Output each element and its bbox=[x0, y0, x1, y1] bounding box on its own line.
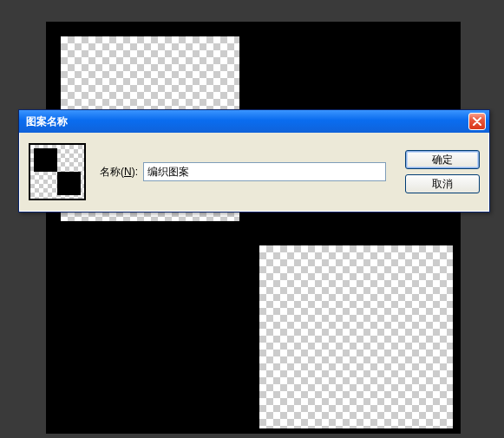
name-label: 名称(N): bbox=[100, 165, 138, 180]
dialog-titlebar[interactable]: 图案名称 bbox=[19, 110, 489, 133]
dialog-title: 图案名称 bbox=[26, 114, 68, 129]
cancel-button[interactable]: 取消 bbox=[405, 174, 480, 193]
pattern-name-input[interactable] bbox=[143, 162, 386, 181]
transparent-region-2 bbox=[259, 245, 453, 428]
close-button[interactable] bbox=[468, 113, 486, 130]
pattern-preview bbox=[29, 143, 86, 200]
canvas-area[interactable] bbox=[46, 22, 461, 434]
dialog-body: 名称(N): 确定 取消 bbox=[19, 133, 489, 212]
close-icon bbox=[473, 117, 481, 126]
pattern-name-dialog: 图案名称 名称(N): 确定 取消 bbox=[18, 109, 490, 212]
ok-button[interactable]: 确定 bbox=[405, 150, 480, 169]
dialog-buttons: 确定 取消 bbox=[405, 150, 480, 193]
name-row: 名称(N): bbox=[100, 162, 393, 181]
